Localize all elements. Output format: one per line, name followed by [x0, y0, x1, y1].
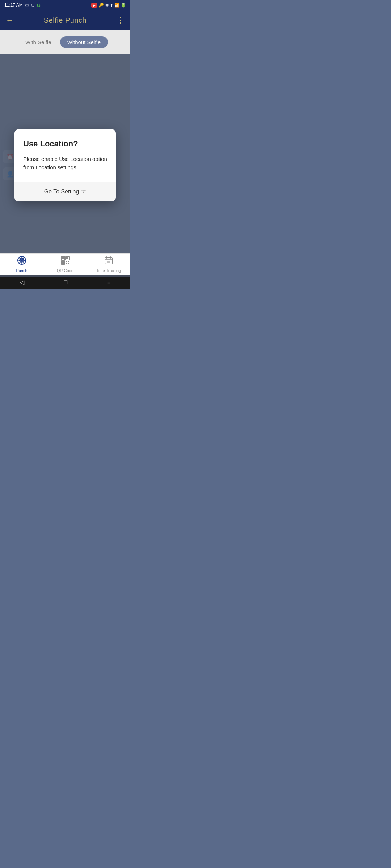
svg-rect-15: [107, 261, 110, 263]
svg-rect-4: [66, 257, 68, 259]
bottom-nav: Punch QR Code: [0, 253, 130, 275]
android-home-button[interactable]: □: [64, 279, 67, 285]
svg-rect-7: [66, 261, 67, 262]
nav-item-punch[interactable]: Punch: [0, 254, 43, 275]
svg-rect-9: [66, 263, 67, 264]
back-button[interactable]: ←: [6, 16, 14, 25]
camera-icon: ⬡: [31, 3, 35, 8]
svg-rect-8: [68, 261, 69, 262]
battery-icon: 🔋: [121, 3, 126, 8]
signal-icon: ⬆: [110, 3, 113, 7]
with-selfie-option[interactable]: With Selfie: [22, 36, 54, 48]
without-selfie-option[interactable]: Without Selfie: [60, 36, 108, 48]
qr-code-icon: [60, 256, 70, 267]
selfie-toggle-area: With Selfie Without Selfie: [0, 30, 130, 54]
nav-item-qr-code[interactable]: QR Code: [43, 254, 87, 275]
android-back-button[interactable]: ◁: [20, 279, 24, 286]
app-bar: ← Selfie Punch ⋮: [0, 10, 130, 30]
punch-icon: [17, 256, 26, 267]
dialog-title: Use Location?: [23, 139, 107, 149]
nav-item-time-tracking[interactable]: Time Tracking: [87, 254, 130, 275]
bluetooth-icon: ✱: [105, 3, 109, 8]
location-dialog: Use Location? Please enable Use Location…: [14, 129, 116, 201]
nav-label-time-tracking: Time Tracking: [96, 268, 121, 273]
screen-record-icon: ▭: [25, 3, 29, 8]
android-menu-button[interactable]: ≡: [107, 279, 110, 285]
menu-button[interactable]: ⋮: [117, 16, 125, 25]
main-content: ⏰ 👤 Use Location? Please enable Use Loca…: [0, 54, 130, 277]
nav-label-punch: Punch: [16, 268, 27, 273]
time-display: 11:17 AM: [4, 3, 23, 8]
g-data-icon: G: [37, 3, 41, 8]
cursor-icon: ☞: [80, 188, 86, 196]
nav-label-qr-code: QR Code: [57, 268, 73, 273]
page-title: Selfie Punch: [44, 16, 87, 25]
svg-rect-6: [62, 261, 64, 264]
wifi-icon: 📶: [114, 3, 119, 8]
svg-rect-10: [68, 263, 69, 264]
battery-cam-icon: ▶: [91, 3, 97, 8]
dialog-message: Please enable Use Location option from L…: [23, 155, 107, 171]
key-icon: 🔑: [98, 3, 104, 8]
dialog-actions: Go To Setting ☞: [14, 182, 116, 201]
status-left: 11:17 AM ▭ ⬡ G: [4, 3, 41, 8]
dialog-backdrop: Use Location? Please enable Use Location…: [0, 54, 130, 277]
svg-rect-2: [62, 257, 64, 259]
android-nav-bar: ◁ □ ≡: [0, 275, 130, 289]
status-right: ▶ 🔑 ✱ ⬆ 📶 🔋: [91, 3, 126, 8]
go-to-setting-button[interactable]: Go To Setting ☞: [14, 182, 116, 201]
time-tracking-icon: [104, 256, 113, 267]
status-bar: 11:17 AM ▭ ⬡ G ▶ 🔑 ✱ ⬆ 📶 🔋: [0, 0, 130, 10]
